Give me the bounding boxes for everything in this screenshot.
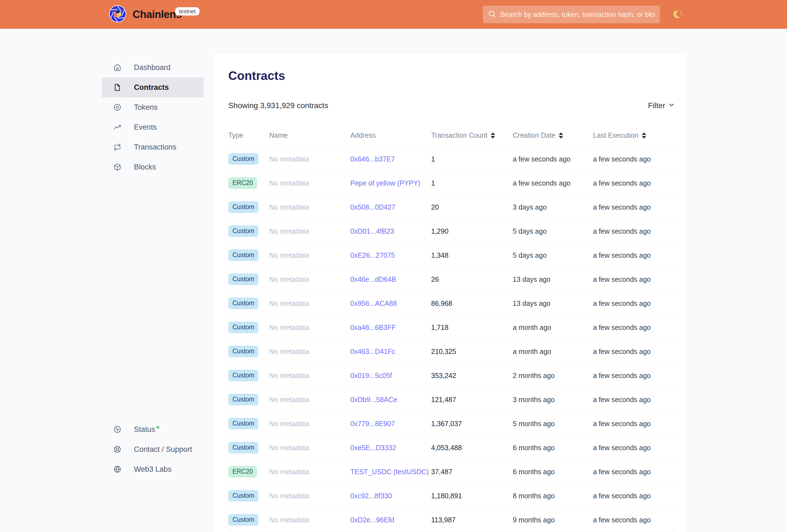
search-input[interactable]: [500, 10, 655, 19]
column-header-address: Address: [350, 131, 431, 139]
address-link[interactable]: 0xE26...27075: [350, 251, 395, 259]
column-header-last-execution: Last Execution: [593, 131, 675, 139]
column-header-transaction-count: Transaction Count: [431, 131, 513, 139]
creation-date-cell: 5 months ago: [513, 420, 593, 428]
address-cell: 0xDb9...58ACe: [350, 396, 431, 404]
name-cell: No metadata: [269, 300, 350, 308]
table-row: ERC20 No metadata Pepe of yellow (PYPY) …: [228, 171, 675, 195]
brand-logo-link[interactable]: Chainlens: [109, 5, 182, 23]
transaction-count-cell: 26: [431, 275, 513, 283]
column-header-creation-date: Creation Date: [513, 131, 593, 139]
creation-date-cell: 13 days ago: [513, 300, 593, 308]
type-badge: Custom: [228, 514, 258, 525]
address-cell: TEST_USDC (testUSDC): [350, 468, 431, 476]
filter-label: Filter: [648, 101, 665, 110]
filter-button[interactable]: Filter: [648, 101, 675, 110]
address-link[interactable]: 0x956...ACA88: [350, 300, 397, 307]
address-cell: 0x463...D41Fc: [350, 348, 431, 356]
repeat-arrows-icon: [113, 143, 121, 151]
table-row: Custom No metadata 0x463...D41Fc 210,325…: [228, 339, 675, 363]
sidebar-item-label: Web3 Labs: [134, 465, 172, 474]
type-badge: Custom: [228, 297, 258, 309]
sidebar-item-label: Dashboard: [134, 63, 170, 72]
sidebar-item-label: Contact / Support: [134, 445, 192, 454]
sidebar-item-contracts[interactable]: Contracts: [102, 77, 204, 97]
type-badge: Custom: [228, 201, 258, 213]
name-cell: No metadata: [269, 227, 350, 235]
last-execution-cell: a few seconds ago: [593, 396, 675, 404]
transaction-count-cell: 353,242: [431, 372, 513, 380]
table-row: Custom No metadata 0x508...0D427 20 3 da…: [228, 195, 675, 219]
dark-mode-toggle[interactable]: [673, 8, 685, 20]
last-execution-cell: a few seconds ago: [593, 444, 675, 452]
address-link[interactable]: 0xD01...4fB23: [350, 227, 394, 235]
address-link[interactable]: 0x019...5c05f: [350, 372, 392, 379]
address-link[interactable]: 0x46e...dD64B: [350, 275, 396, 283]
address-cell: 0x019...5c05f: [350, 372, 431, 380]
name-cell: No metadata: [269, 348, 350, 356]
address-link[interactable]: 0xD2e...96Efd: [350, 516, 394, 524]
life-buoy-icon: [113, 445, 121, 453]
sidebar-item-contact-support[interactable]: Contact / Support: [102, 439, 204, 459]
sort-icon[interactable]: [491, 132, 495, 138]
address-cell: 0xe5E...D3332: [350, 444, 431, 452]
sidebar-item-tokens[interactable]: Tokens: [102, 97, 204, 117]
table-row: Custom No metadata 0xa46...6B3FF 1,718 a…: [228, 315, 675, 339]
sidebar-item-web3-labs[interactable]: Web3 Labs: [102, 459, 204, 479]
type-badge: ERC20: [228, 177, 257, 189]
creation-date-cell: 6 months ago: [513, 468, 593, 476]
sidebar-item-dashboard[interactable]: Dashboard: [102, 58, 204, 77]
column-header-type: Type: [228, 131, 269, 139]
type-badge: Custom: [228, 370, 258, 381]
last-execution-cell: a few seconds ago: [593, 372, 675, 380]
address-link[interactable]: 0x646...b37E7: [350, 155, 395, 163]
creation-date-cell: 3 days ago: [513, 203, 593, 211]
address-link[interactable]: Pepe of yellow (PYPY): [350, 179, 420, 187]
transaction-count-cell: 121,487: [431, 396, 513, 404]
sidebar-item-transactions[interactable]: Transactions: [102, 137, 204, 157]
address-link[interactable]: 0x463...D41Fc: [350, 348, 396, 355]
table-row: ERC20 No metadata TEST_USDC (testUSDC) 3…: [228, 460, 675, 484]
sort-icon[interactable]: [642, 132, 646, 138]
transaction-count-cell: 210,325: [431, 348, 513, 356]
address-link[interactable]: 0x508...0D427: [350, 203, 396, 211]
creation-date-cell: 5 days ago: [513, 251, 593, 259]
table-header-row: Type Name Address Transaction Count Crea…: [228, 124, 675, 147]
transaction-count-cell: 1: [431, 155, 513, 163]
table-row: Custom No metadata 0xD2e...96Efd 113,987…: [228, 508, 675, 532]
type-badge: Custom: [228, 442, 258, 453]
contract-file-icon: [113, 84, 121, 91]
address-link[interactable]: 0xDb9...58ACe: [350, 396, 397, 403]
column-header-name: Name: [269, 131, 350, 139]
name-cell: No metadata: [269, 492, 350, 500]
transaction-count-cell: 113,987: [431, 516, 513, 524]
address-link[interactable]: 0x779...8E907: [350, 420, 395, 427]
name-cell: No metadata: [269, 516, 350, 524]
address-link[interactable]: 0xa46...6B3FF: [350, 324, 396, 331]
address-link[interactable]: TEST_USDC (testUSDC): [350, 468, 429, 475]
table-body: Custom No metadata 0x646...b37E7 1 a few…: [228, 147, 675, 532]
type-badge: Custom: [228, 225, 258, 237]
last-execution-cell: a few seconds ago: [593, 516, 675, 524]
block-cube-icon: [113, 163, 121, 171]
transaction-count-cell: 1,180,891: [431, 492, 513, 500]
last-execution-cell: a few seconds ago: [593, 492, 675, 500]
address-link[interactable]: 0xe5E...D3332: [350, 444, 396, 451]
sort-icon[interactable]: [559, 132, 563, 138]
trending-line-icon: [113, 123, 121, 131]
page-title: Contracts: [228, 70, 675, 82]
type-badge: Custom: [228, 153, 258, 164]
type-badge: Custom: [228, 418, 258, 429]
address-cell: 0xE26...27075: [350, 251, 431, 259]
name-cell: No metadata: [269, 155, 350, 163]
name-cell: No metadata: [269, 203, 350, 211]
sidebar-item-status[interactable]: Status: [102, 419, 204, 439]
sidebar-item-label: Transactions: [134, 143, 176, 152]
sidebar-item-blocks[interactable]: Blocks: [102, 157, 204, 177]
table-row: Custom No metadata 0x019...5c05f 353,242…: [228, 363, 675, 388]
table-row: Custom No metadata 0x956...ACA88 86,968 …: [228, 291, 675, 315]
address-link[interactable]: 0xc92...8f330: [350, 492, 392, 500]
creation-date-cell: 8 months ago: [513, 492, 593, 500]
sidebar-item-events[interactable]: Events: [102, 117, 204, 137]
home-icon: [113, 64, 121, 71]
